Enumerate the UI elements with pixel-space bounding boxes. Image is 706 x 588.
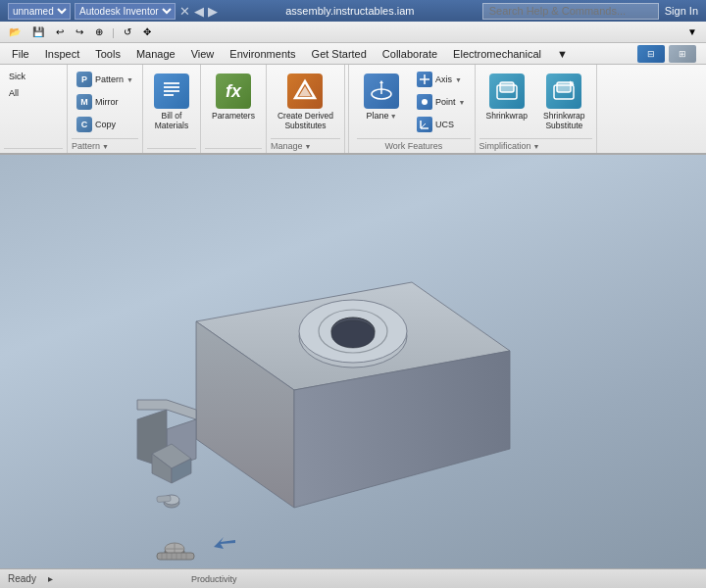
app-dropdown[interactable]: Autodesk Inventor <box>75 3 176 20</box>
sign-in-btn[interactable]: Sign In <box>665 5 698 17</box>
menu-collaborate[interactable]: Collaborate <box>375 43 445 64</box>
work-features-label: Work Features <box>357 138 470 151</box>
plane-arrow: ▼ <box>390 113 397 120</box>
menu-view[interactable]: View <box>183 43 223 64</box>
3d-model-svg <box>0 155 706 568</box>
menu-tools[interactable]: Tools <box>87 43 128 64</box>
pattern-section-label[interactable]: Pattern ▼ <box>72 138 138 151</box>
status-mode: ▸ <box>48 573 53 584</box>
shrinkwrap-btn[interactable]: Shrinkwrap <box>479 69 535 125</box>
qat-undo-btn[interactable]: ↩ <box>51 24 69 41</box>
copy-icon: C <box>76 117 92 132</box>
simplification-arrow: ▼ <box>533 143 540 150</box>
svg-point-20 <box>570 81 574 85</box>
title-bar-right: Sign In <box>482 3 698 20</box>
svg-point-11 <box>422 99 428 105</box>
bom-section-label <box>147 148 196 151</box>
nav-btn[interactable]: ◀ <box>194 4 204 19</box>
menu-file[interactable]: File <box>4 43 37 64</box>
svg-rect-43 <box>157 553 194 560</box>
menu-electromechanical[interactable]: Electromechanical <box>445 43 549 64</box>
add-tab-btn[interactable]: ✕ <box>179 4 190 19</box>
status-bar: Ready ▸ <box>0 568 706 588</box>
shrinkwrap-substitute-icon <box>546 74 581 109</box>
point-arrow: ▼ <box>459 99 466 106</box>
create-derived-label: Create DerivedSubstitutes <box>277 111 333 130</box>
axis-icon <box>417 72 432 87</box>
point-btn[interactable]: Point ▼ <box>412 91 470 113</box>
ribbon-toggle-icon[interactable]: ⊟ <box>637 45 665 63</box>
mirror-icon: M <box>76 94 92 110</box>
svg-rect-18 <box>557 82 571 92</box>
params-section-label <box>205 148 262 151</box>
svg-point-27 <box>331 320 375 348</box>
nav-forward-btn[interactable]: ▶ <box>208 4 218 19</box>
pattern-group: P Pattern ▼ M Mirror C Copy <box>72 69 138 135</box>
bill-of-materials-icon <box>154 74 189 109</box>
qat-save-btn[interactable]: 💾 <box>27 24 49 41</box>
menu-get-started[interactable]: Get Started <box>304 43 375 64</box>
svg-rect-34 <box>157 495 171 502</box>
qat-pan-btn[interactable]: ✥ <box>138 24 156 41</box>
point-icon <box>417 94 432 110</box>
parameters-btn[interactable]: fx Parameters <box>205 69 262 125</box>
plane-btn[interactable]: Plane ▼ <box>357 69 406 125</box>
copy-btn[interactable]: C Copy <box>72 114 138 135</box>
shrinkwrap-substitute-label: ShrinkwrapSubstitute <box>543 111 585 130</box>
manage-sub-section-label[interactable]: Manage ▼ <box>271 138 340 151</box>
help-search[interactable] <box>482 3 659 20</box>
mirror-btn[interactable]: M Mirror <box>72 91 138 113</box>
menu-bar: File Inspect Tools Manage View Environme… <box>0 43 706 65</box>
axis-arrow: ▼ <box>455 76 462 83</box>
svg-rect-16 <box>500 82 514 92</box>
pattern-btn[interactable]: P Pattern ▼ <box>72 69 138 90</box>
plane-icon <box>364 74 399 109</box>
manage-section-label <box>4 148 63 151</box>
create-derived-icon <box>287 74 323 109</box>
svg-rect-1 <box>164 86 179 88</box>
viewport[interactable] <box>0 155 706 568</box>
qat-select-btn[interactable]: ⊕ <box>90 24 108 41</box>
pattern-dropdown-arrow: ▼ <box>126 76 133 83</box>
svg-marker-8 <box>379 80 383 83</box>
qat-customize-btn[interactable]: ▼ <box>682 24 702 41</box>
bill-of-materials-btn[interactable]: Bill ofMaterials <box>147 69 196 135</box>
shrinkwrap-label: Shrinkwrap <box>486 111 529 121</box>
status-ready: Ready <box>8 573 36 584</box>
file-dropdown[interactable]: unnamed <box>8 3 71 20</box>
qat-rotate-btn[interactable]: ↺ <box>119 24 136 41</box>
svg-rect-2 <box>164 90 179 92</box>
pattern-section-arrow: ▼ <box>102 143 109 150</box>
shrinkwrap-icon <box>489 74 525 109</box>
menu-inspect[interactable]: Inspect <box>37 43 87 64</box>
create-derived-btn[interactable]: Create DerivedSubstitutes <box>271 69 340 135</box>
axis-btn[interactable]: Axis ▼ <box>412 69 470 90</box>
shrinkwrap-substitute-btn[interactable]: ShrinkwrapSubstitute <box>536 69 592 135</box>
menu-more[interactable]: ▼ <box>549 43 576 64</box>
parameters-label: Parameters <box>212 111 255 121</box>
simplification-label[interactable]: Simplification ▼ <box>479 138 592 151</box>
parameters-icon: fx <box>216 74 251 109</box>
ribbon: Sick All P Pattern ▼ M Mirror C Copy <box>0 65 706 155</box>
qat-bar: 📂 💾 ↩ ↪ ⊕ | ↺ ✥ ▼ <box>0 22 706 43</box>
view-options-icon[interactable]: ⊞ <box>669 45 696 63</box>
ucs-icon <box>417 117 432 132</box>
svg-rect-0 <box>164 82 179 84</box>
svg-marker-38 <box>214 537 235 549</box>
title-bar-left: unnamed Autodesk Inventor ✕ ◀ ▶ <box>8 3 218 20</box>
title-bar: unnamed Autodesk Inventor ✕ ◀ ▶ assembly… <box>0 0 706 22</box>
qat-open-btn[interactable]: 📂 <box>4 24 25 41</box>
all-btn[interactable]: All <box>4 85 63 101</box>
qat-redo-btn[interactable]: ↪ <box>71 24 88 41</box>
file-title: assembly.instructables.iam <box>218 5 482 17</box>
ucs-btn[interactable]: UCS <box>412 114 470 135</box>
menu-manage[interactable]: Manage <box>128 43 183 64</box>
plane-label: Plane ▼ <box>367 111 397 121</box>
bill-of-materials-label: Bill ofMaterials <box>155 111 188 130</box>
manage-arrow: ▼ <box>304 143 311 150</box>
sick-btn[interactable]: Sick <box>4 69 63 84</box>
svg-rect-3 <box>164 94 174 96</box>
menu-environments[interactable]: Environments <box>222 43 303 64</box>
pattern-icon: P <box>76 72 92 87</box>
